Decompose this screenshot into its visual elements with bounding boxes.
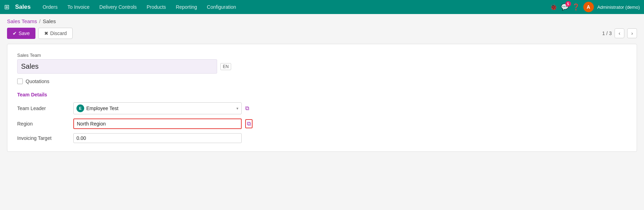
region-value: North Region ⧉ (73, 118, 253, 129)
team-leader-dropdown-arrow: ▾ (236, 106, 239, 111)
toolbar-left: ✔ Save ✖ Discard (7, 28, 73, 39)
form-fields: Team Leader E Employee Test ▾ ⧉ Region (17, 102, 627, 143)
region-label: Region (17, 121, 73, 127)
app-grid-icon[interactable]: ⊞ (4, 3, 9, 11)
chat-badge: 5 (565, 1, 571, 7)
quotations-label[interactable]: Quotations (26, 79, 49, 84)
discard-x-icon: ✖ (44, 31, 48, 36)
team-leader-external-link-icon[interactable]: ⧉ (245, 105, 249, 111)
breadcrumb-separator: / (39, 18, 41, 24)
app-name[interactable]: Sales (15, 4, 31, 11)
team-leader-label: Team Leader (17, 106, 73, 111)
team-leader-row: Team Leader E Employee Test ▾ ⧉ (17, 102, 627, 114)
menu-delivery-controls[interactable]: Delivery Controls (94, 0, 142, 14)
next-record-button[interactable]: › (627, 28, 637, 38)
team-leader-dropdown[interactable]: E Employee Test ▾ (73, 102, 242, 114)
team-leader-value: E Employee Test ▾ ⧉ (73, 102, 249, 114)
region-row: Region North Region ⧉ (17, 118, 627, 129)
team-details-header: Team Details (17, 92, 627, 97)
team-leader-avatar: E (76, 104, 84, 112)
pagination: 1 / 3 (602, 31, 612, 36)
invoicing-target-input[interactable] (73, 133, 242, 143)
main-menu: Orders To Invoice Delivery Controls Prod… (38, 0, 241, 14)
save-check-icon: ✔ (13, 31, 17, 36)
invoicing-target-row: Invoicing Target (17, 133, 627, 143)
breadcrumb-current: Sales (43, 18, 56, 24)
region-name: North Region (77, 121, 238, 127)
nav-right-icons: 🐞 💬 5 ❓ A Administrator (demo) (550, 2, 640, 12)
menu-to-invoice[interactable]: To Invoice (62, 0, 94, 14)
menu-products[interactable]: Products (142, 0, 171, 14)
sales-team-label: Sales Team (17, 53, 627, 58)
region-external-link-icon[interactable]: ⧉ (245, 119, 253, 128)
avatar[interactable]: A (583, 2, 594, 12)
toolbar-right: 1 / 3 ‹ › (602, 28, 637, 38)
sales-team-field-wrapper: EN (17, 59, 217, 74)
invoicing-target-label: Invoicing Target (17, 135, 73, 141)
username[interactable]: Administrator (demo) (597, 5, 640, 10)
sales-team-input[interactable] (17, 59, 217, 74)
menu-reporting[interactable]: Reporting (171, 0, 202, 14)
save-button[interactable]: ✔ Save (7, 28, 35, 39)
breadcrumb: Sales Teams / Sales (7, 18, 637, 24)
quotations-checkbox[interactable] (17, 79, 23, 84)
quotations-row: Quotations (17, 79, 627, 84)
menu-orders[interactable]: Orders (38, 0, 62, 14)
content-area: Sales Teams / Sales ✔ Save ✖ Discard 1 /… (0, 14, 644, 156)
breadcrumb-parent[interactable]: Sales Teams (7, 18, 37, 24)
team-leader-name: Employee Test (86, 106, 234, 111)
discard-button[interactable]: ✖ Discard (38, 28, 73, 39)
chat-icon-wrap[interactable]: 💬 5 (561, 3, 569, 11)
bug-icon[interactable]: 🐞 (550, 3, 557, 11)
question-icon[interactable]: ❓ (572, 3, 580, 11)
prev-record-button[interactable]: ‹ (615, 28, 624, 38)
top-navigation: ⊞ Sales Orders To Invoice Delivery Contr… (0, 0, 644, 14)
invoicing-target-value (73, 133, 242, 143)
menu-configuration[interactable]: Configuration (202, 0, 241, 14)
region-dropdown[interactable]: North Region (73, 118, 242, 129)
en-badge[interactable]: EN (220, 63, 231, 70)
toolbar: ✔ Save ✖ Discard 1 / 3 ‹ › (7, 28, 637, 39)
form-card: Sales Team EN Quotations Team Details Te… (7, 44, 637, 152)
